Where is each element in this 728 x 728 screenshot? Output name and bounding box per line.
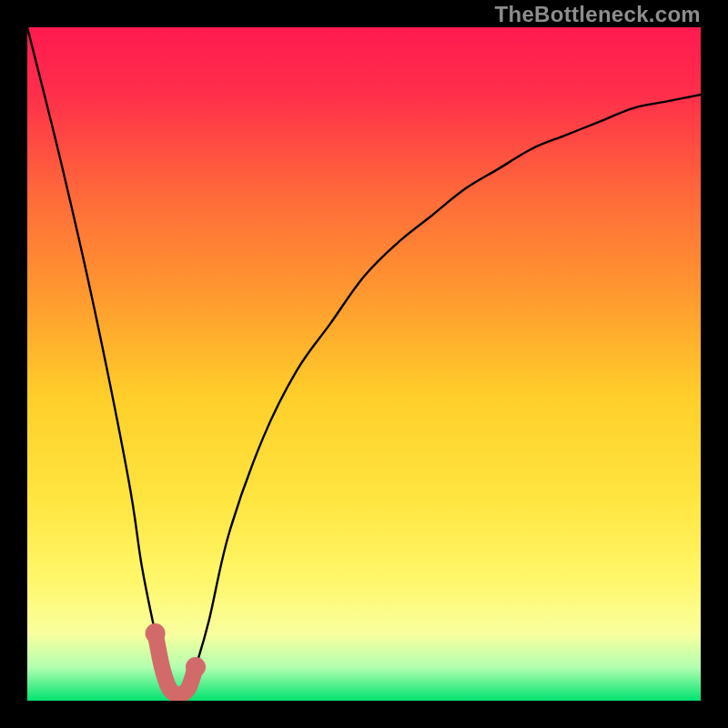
chart-plot-area xyxy=(27,27,701,701)
highlight-endpoint xyxy=(146,623,166,643)
chart-svg xyxy=(27,27,701,701)
watermark-text: TheBottleneck.com xyxy=(495,2,701,27)
highlight-endpoint xyxy=(186,657,206,677)
bottleneck-curve xyxy=(27,27,701,695)
